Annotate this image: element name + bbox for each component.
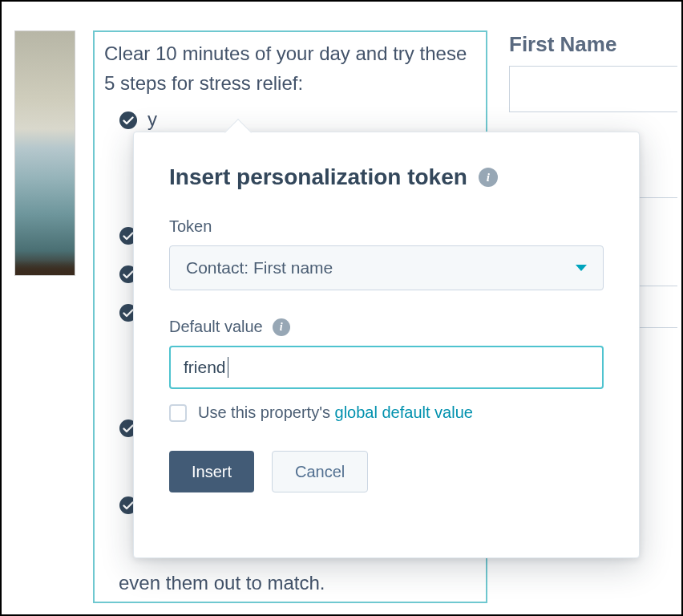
default-value-text: friend (184, 358, 226, 377)
default-value-label: Default value (169, 318, 263, 336)
check-circle-icon (119, 111, 138, 130)
token-select-value: Contact: First name (186, 258, 333, 278)
editor-lead-text: Clear 10 minutes of your day and try the… (103, 38, 478, 103)
list-text: y (148, 104, 478, 134)
checkbox-label: Use this property's global default value (198, 403, 473, 422)
default-value-input[interactable]: friend (169, 346, 604, 389)
global-default-link[interactable]: global default value (335, 403, 473, 421)
svg-point-0 (119, 111, 137, 129)
app-frame: Clear 10 minutes of your day and try the… (0, 0, 683, 616)
token-select[interactable]: Contact: First name (169, 245, 604, 290)
cancel-button[interactable]: Cancel (272, 451, 368, 492)
insert-button[interactable]: Insert (169, 451, 254, 492)
info-icon[interactable]: i (479, 168, 498, 187)
checkbox[interactable] (169, 404, 187, 422)
insert-personalization-token-popover: Insert personalization token i Token Con… (133, 132, 640, 558)
popover-actions: Insert Cancel (169, 451, 604, 492)
popover-title: Insert personalization token (169, 164, 467, 190)
chevron-down-icon (576, 265, 587, 271)
global-default-checkbox-row[interactable]: Use this property's global default value (169, 403, 604, 422)
editor-trailing-text: even them out to match. (103, 566, 478, 598)
first-name-input[interactable] (509, 66, 677, 112)
text-caret (228, 357, 229, 378)
popover-header: Insert personalization token i (169, 164, 604, 190)
first-name-label: First Name (509, 32, 616, 57)
content-thumbnail (14, 30, 75, 276)
token-label: Token (169, 217, 604, 236)
info-icon[interactable]: i (273, 318, 290, 336)
